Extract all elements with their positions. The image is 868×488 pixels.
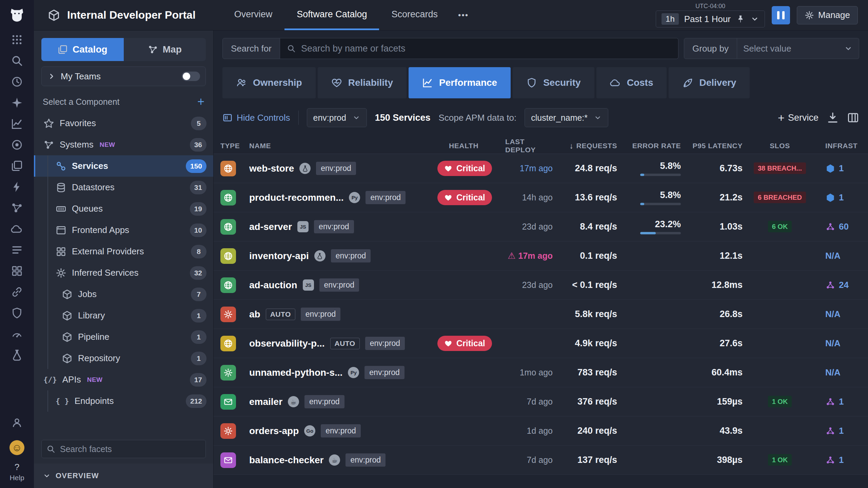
group-by-select[interactable]: Select value xyxy=(737,38,859,59)
last-deploy-cell[interactable]: 17m ago xyxy=(520,163,553,173)
env-tag[interactable]: env:prod xyxy=(331,249,371,262)
main-search-input[interactable] xyxy=(300,43,671,54)
slo-badge[interactable]: 1 OK xyxy=(768,396,792,407)
my-teams-filter[interactable]: My Teams xyxy=(41,66,206,86)
search-facets-input[interactable] xyxy=(59,444,201,454)
infrastructure-cell[interactable]: N/A xyxy=(817,251,868,261)
infrastructure-cell[interactable]: 24 xyxy=(817,280,868,290)
scope-cluster-select[interactable]: cluster_name:* xyxy=(525,108,608,127)
table-row[interactable]: orders-appGoenv:prod1d ago240 req/s43.9s… xyxy=(214,416,868,446)
infrastructure-cell[interactable]: 1 xyxy=(817,192,868,203)
sidebar-item-external-providers[interactable]: External Providers8 xyxy=(34,241,213,262)
table-row[interactable]: inventory-apienv:prod⚠17m ago0.1 req/s12… xyxy=(214,241,868,271)
slo-badge[interactable]: 6 BREACHED xyxy=(754,192,806,203)
slo-badge[interactable]: 38 BREACH... xyxy=(754,162,806,174)
col-slos[interactable]: SLOS xyxy=(770,142,790,150)
sidebar-item-apis[interactable]: {/}APIsNEW17 xyxy=(34,369,213,390)
table-row[interactable]: ad-serverJSenv:prod23d ago8.4 req/s23.2%… xyxy=(214,212,868,241)
env-tag[interactable]: env:prod xyxy=(366,191,406,204)
infrastructure-cell[interactable]: N/A xyxy=(817,367,868,378)
table-row[interactable]: emailer☕env:prod7d ago376 req/s159µs1 OK… xyxy=(214,387,868,416)
col-type[interactable]: TYPE xyxy=(220,142,249,150)
service-name-cell[interactable]: ad-auctionJSenv:prod xyxy=(249,278,437,292)
infrastructure-cell[interactable]: 1 xyxy=(817,426,868,436)
pause-button[interactable] xyxy=(772,6,790,24)
col-health[interactable]: HEALTH xyxy=(437,142,505,150)
search-facets-box[interactable] xyxy=(41,440,206,458)
sidebar-item-frontend-apps[interactable]: Frontend Apps10 xyxy=(34,219,213,241)
env-tag[interactable]: env:prod xyxy=(346,453,386,467)
health-critical-badge[interactable]: Critical xyxy=(437,336,492,351)
dashboards-icon[interactable] xyxy=(11,265,23,277)
slo-badge[interactable]: 1 OK xyxy=(768,454,792,466)
slo-badge[interactable]: 6 OK xyxy=(768,221,792,232)
sidebar-item-services[interactable]: Services150 xyxy=(34,155,213,177)
synthetics-icon[interactable] xyxy=(11,349,23,361)
add-service-button[interactable]: + Service xyxy=(778,112,818,123)
table-row[interactable]: abAUTOenv:prod5.8k req/s26.8sN/A xyxy=(214,300,868,329)
table-row[interactable]: product-recommen...Pyenv:prodCritical14h… xyxy=(214,183,868,212)
service-name-cell[interactable]: emailer☕env:prod xyxy=(249,395,437,408)
env-tag[interactable]: env:prod xyxy=(319,278,359,292)
tab-delivery[interactable]: Delivery xyxy=(669,67,750,98)
service-name-cell[interactable]: product-recommen...Pyenv:prod xyxy=(249,191,437,204)
env-tag[interactable]: env:prod xyxy=(304,395,344,408)
table-row[interactable]: ad-auctionJSenv:prod23d ago< 0.1 req/s12… xyxy=(214,271,868,300)
service-name-cell[interactable]: web-storeenv:prod xyxy=(249,162,437,175)
health-critical-badge[interactable]: Critical xyxy=(437,190,492,205)
nav-item-overview[interactable]: Overview xyxy=(222,0,285,30)
infrastructure-cell[interactable]: 60 xyxy=(817,221,868,232)
nav-item-scorecards[interactable]: Scorecards xyxy=(379,0,450,30)
watchdog-icon[interactable] xyxy=(11,97,23,109)
env-tag[interactable]: env:prod xyxy=(316,162,356,175)
env-tag[interactable]: env:prod xyxy=(314,220,354,233)
infrastructure-cell[interactable]: 1 xyxy=(817,455,868,465)
col-name[interactable]: NAME xyxy=(249,142,437,150)
sidebar-item-repository[interactable]: Repository1 xyxy=(34,348,213,369)
overview-section-header[interactable]: OVERVIEW xyxy=(34,464,213,488)
service-map-icon[interactable] xyxy=(11,202,23,214)
table-row[interactable]: observability-p...AUTOenv:prodCritical4.… xyxy=(214,329,868,358)
service-name-cell[interactable]: orders-appGoenv:prod xyxy=(249,424,437,437)
service-name-cell[interactable]: abAUTOenv:prod xyxy=(249,308,437,321)
download-icon[interactable] xyxy=(827,112,839,124)
sidebar-item-favorites[interactable]: Favorites5 xyxy=(34,113,213,134)
sidebar-item-queues[interactable]: Queues19 xyxy=(34,198,213,219)
apps-grid-icon[interactable] xyxy=(11,34,23,46)
env-tag[interactable]: env:prod xyxy=(364,366,405,379)
col-last-deploy[interactable]: LAST DEPLOY xyxy=(505,138,553,154)
pin-icon[interactable] xyxy=(736,15,745,23)
logs-icon[interactable] xyxy=(11,244,23,256)
infrastructure-cell[interactable]: N/A xyxy=(817,309,868,319)
events-icon[interactable] xyxy=(11,181,23,193)
more-nav-icon[interactable]: ••• xyxy=(450,0,477,30)
sidebar-item-library[interactable]: Library1 xyxy=(34,305,213,326)
map-view-button[interactable]: Map xyxy=(124,38,206,61)
integrations-icon[interactable] xyxy=(11,286,23,298)
sidebar-item-endpoints[interactable]: { }Endpoints212 xyxy=(34,390,213,412)
col-requests[interactable]: ↓ REQUESTS xyxy=(570,141,617,151)
env-tag[interactable]: env:prod xyxy=(365,337,405,350)
hide-controls-button[interactable]: Hide Controls xyxy=(222,113,290,123)
service-name-cell[interactable]: balance-checker☕env:prod xyxy=(249,453,437,467)
time-range-picker[interactable]: 1h Past 1 Hour xyxy=(656,11,765,27)
col-error-rate[interactable]: ERROR RATE xyxy=(632,142,681,150)
software-catalog-icon[interactable] xyxy=(11,160,23,172)
env-tag[interactable]: env:prod xyxy=(321,424,361,437)
my-teams-toggle[interactable] xyxy=(182,72,200,81)
search-icon[interactable] xyxy=(11,55,23,67)
sidebar-item-jobs[interactable]: Jobs7 xyxy=(34,284,213,305)
history-icon[interactable] xyxy=(11,76,23,88)
infrastructure-cell[interactable]: 1 xyxy=(817,163,868,174)
tab-reliability[interactable]: Reliability xyxy=(318,67,407,98)
sidebar-item-datastores[interactable]: Datastores31 xyxy=(34,177,213,198)
catalog-view-button[interactable]: Catalog xyxy=(41,38,124,61)
env-tag[interactable]: env:prod xyxy=(301,308,341,321)
env-filter-select[interactable]: env:prod xyxy=(307,108,367,127)
tab-costs[interactable]: Costs xyxy=(596,67,667,98)
nav-item-software-catalog[interactable]: Software Catalog xyxy=(284,0,379,30)
table-row[interactable]: unnamed-python-s...Pyenv:prod1mo ago783 … xyxy=(214,358,868,387)
table-row[interactable]: balance-checker☕env:prod7d ago137 req/s3… xyxy=(214,446,868,475)
user-avatar[interactable]: ☺ xyxy=(9,440,24,455)
tab-ownership[interactable]: Ownership xyxy=(222,67,316,98)
